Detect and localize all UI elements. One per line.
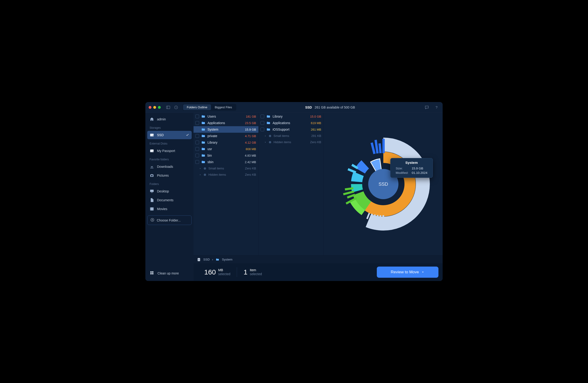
svg-line-40	[345, 188, 353, 190]
row-checkbox[interactable]	[195, 147, 199, 151]
row-checkbox[interactable]	[260, 121, 264, 125]
folder-icon	[201, 147, 206, 151]
row-name: System	[208, 128, 243, 131]
breadcrumb: SSD › System	[193, 255, 443, 263]
row-size: 4.12 GB	[245, 141, 256, 144]
tab-biggest-files[interactable]: Biggest Files	[211, 104, 236, 110]
folder-row[interactable]: Users181 GB	[193, 113, 258, 120]
meta-row[interactable]: Hidden itemsZero KB	[193, 172, 258, 178]
sidebar-folder-desktop[interactable]: Desktop	[147, 187, 192, 195]
checkmark-icon	[186, 133, 189, 137]
row-checkbox[interactable]	[195, 115, 199, 118]
sidebar: admin Storages SSD External Disks My Pas…	[145, 113, 193, 281]
camera-icon	[149, 173, 154, 178]
review-button-label: Review to Move	[391, 270, 419, 274]
sunburst-center-label: SSD	[378, 182, 388, 187]
toggle-sidebar-button[interactable]	[165, 105, 171, 110]
chevron-down-icon	[421, 270, 424, 274]
folder-row[interactable]: sbin2.42 MB	[193, 159, 258, 165]
close-window-button[interactable]	[149, 106, 151, 109]
meta-name: Hidden items	[273, 140, 308, 144]
row-name: Library	[273, 115, 308, 118]
plus-circle-icon	[150, 218, 154, 223]
sidebar-folder-documents[interactable]: Documents	[147, 196, 192, 204]
zoom-window-button[interactable]	[158, 106, 161, 109]
sidebar-folder-label: Documents	[157, 198, 173, 202]
row-name: sbin	[208, 160, 243, 164]
stat-count-sub: selected	[250, 272, 262, 276]
row-name: Library	[208, 141, 243, 144]
folder-row[interactable]: Library15.0 GB	[259, 113, 324, 120]
folder-row[interactable]: Applications619 MB	[259, 120, 324, 126]
sidebar-folder-movies[interactable]: Movies	[147, 205, 192, 213]
sidebar-fav-pictures[interactable]: Pictures	[147, 171, 192, 180]
dot-icon	[269, 135, 271, 137]
stat-count-unit: Item	[250, 268, 262, 272]
minimize-window-button[interactable]	[153, 106, 156, 109]
row-name: bin	[208, 153, 243, 157]
row-checkbox[interactable]	[195, 128, 199, 131]
choose-folder-label: Choose Folder...	[157, 218, 181, 222]
column-browser: Users181 GBApplications23.5 GBSystem15.9…	[193, 113, 443, 255]
clean-up-more-button[interactable]: Clean up more	[147, 269, 192, 278]
titlebar: Folders Outline Biggest Files SSD 261 GB…	[145, 102, 443, 113]
tab-folders-outline[interactable]: Folders Outline	[183, 104, 211, 110]
sidebar-user[interactable]: admin	[147, 115, 192, 123]
review-to-move-button[interactable]: Review to Move	[377, 267, 439, 278]
row-name: Applications	[208, 121, 243, 125]
stat-size-unit: MB	[218, 268, 230, 272]
meta-row[interactable]: Small itemsZero KB	[193, 165, 258, 172]
meta-row[interactable]: Hidden itemsZero KB	[259, 139, 324, 145]
sidebar-storage-ssd[interactable]: SSD	[147, 131, 192, 139]
row-checkbox[interactable]	[195, 153, 199, 157]
breadcrumb-leaf[interactable]: System	[222, 258, 232, 261]
choose-folder-button[interactable]: Choose Folder...	[147, 215, 192, 225]
row-name: iOSSupport	[273, 128, 309, 131]
row-checkbox[interactable]	[195, 134, 199, 138]
row-checkbox[interactable]	[195, 121, 199, 125]
sidebar-external-passport[interactable]: My Passport	[147, 147, 192, 155]
stat-size: 160 MB selected	[198, 268, 237, 276]
sidebar-section-favorites: Favorite folders	[147, 155, 192, 162]
folder-row[interactable]: private4.71 GB	[193, 133, 258, 139]
meta-size: 291 KB	[311, 134, 321, 138]
row-checkbox[interactable]	[260, 115, 264, 118]
row-size: 261 MB	[311, 128, 321, 131]
folder-icon	[201, 141, 206, 144]
row-checkbox[interactable]	[195, 141, 199, 144]
stat-size-number: 160	[204, 268, 216, 276]
row-checkbox[interactable]	[195, 160, 199, 164]
folder-icon	[266, 115, 271, 118]
folder-icon	[201, 128, 206, 131]
disk-icon	[149, 149, 154, 153]
row-size: 181 GB	[246, 115, 256, 118]
sidebar-section-folders: Folders	[147, 180, 192, 187]
folder-row[interactable]: iOSSupport261 MB	[259, 126, 324, 133]
history-button[interactable]	[173, 105, 179, 110]
folder-row[interactable]: System15.9 GB	[193, 126, 258, 133]
svg-line-34	[377, 215, 378, 222]
folder-row[interactable]: Library4.12 GB	[193, 139, 258, 146]
meta-size: Zero KB	[310, 140, 321, 144]
sidebar-folder-label: Desktop	[157, 190, 169, 193]
chevron-right-icon	[199, 173, 201, 176]
help-button[interactable]	[434, 105, 439, 110]
folder-icon	[201, 115, 206, 118]
sidebar-user-label: admin	[157, 117, 166, 121]
feedback-button[interactable]	[424, 105, 430, 110]
folder-icon	[266, 121, 271, 125]
folder-row[interactable]: bin4.83 MB	[193, 152, 258, 159]
folder-icon	[215, 258, 220, 261]
folder-row[interactable]: Applications23.5 GB	[193, 120, 258, 126]
grid-icon	[149, 270, 154, 276]
meta-name: Small items	[273, 134, 309, 138]
sidebar-fav-downloads[interactable]: Downloads	[147, 162, 192, 171]
row-checkbox[interactable]	[260, 128, 264, 131]
breadcrumb-root[interactable]: SSD	[203, 258, 210, 261]
folder-row[interactable]: usr808 MB	[193, 146, 258, 152]
tooltip-key: Modified:	[394, 171, 410, 175]
svg-line-39	[343, 192, 354, 194]
sunburst-chart[interactable]: SSD System Size:15.9 GB Modified:01.10.2…	[324, 113, 443, 255]
row-size: 4.71 GB	[245, 134, 256, 138]
meta-row[interactable]: Small items291 KB	[259, 133, 324, 139]
